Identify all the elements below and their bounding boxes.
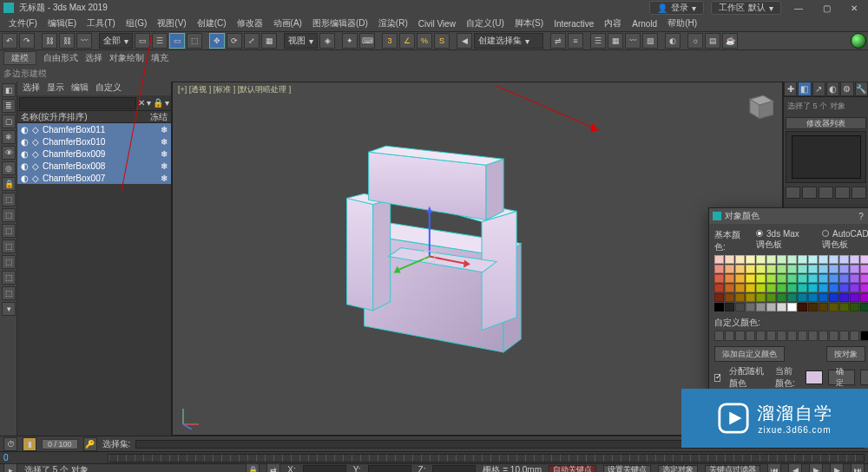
cmd-tab-hierarchy[interactable]: ↗ [812,82,825,96]
view-mode-icon[interactable]: ▾ [147,98,151,108]
color-swatch[interactable] [798,255,807,264]
color-swatch[interactable] [756,303,766,311]
cancel-button[interactable]: 取消 [860,370,868,385]
color-swatch[interactable] [787,293,797,302]
color-swatch[interactable] [850,255,859,264]
current-color-swatch[interactable] [806,370,823,384]
ribbon-tab-populate[interactable]: 填充 [151,52,168,64]
color-swatch[interactable] [777,284,786,292]
visibility-icon[interactable]: ◐ [21,149,29,159]
select-move-button[interactable]: ✥ [209,33,225,49]
select-name-button[interactable]: ☰ [152,33,168,49]
item-3[interactable]: ⬚ [2,224,16,238]
color-swatch[interactable] [777,274,786,283]
col-freeze[interactable]: 冻结 [150,111,168,122]
next-frame-button[interactable]: ▶ [830,463,844,473]
custom-swatch[interactable] [819,331,828,341]
color-swatch[interactable] [777,255,786,264]
time-config-button[interactable]: ⏱ [3,437,17,451]
color-swatch[interactable] [725,274,734,283]
scene-tab-select[interactable]: 选择 [23,82,40,95]
select-place-button[interactable]: ▦ [261,33,277,49]
menu-graph-editors[interactable]: 图形编辑器(D) [307,17,373,30]
custom-swatch[interactable] [766,331,776,341]
set-key-mode-button[interactable]: 设置关键点 [603,465,651,473]
color-swatch[interactable] [860,255,868,264]
menu-interactive[interactable]: Interactive [549,19,599,29]
color-swatch[interactable] [725,303,734,311]
align-button[interactable]: ≡ [568,33,583,49]
render-setup-button[interactable]: ☼ [687,33,703,49]
menu-animation[interactable]: 动画(A) [268,17,307,30]
lock-icon[interactable]: 🔒 [153,98,163,108]
custom-swatch[interactable] [860,331,868,341]
color-swatch[interactable] [860,284,868,292]
select-scale-button[interactable]: ⤢ [244,33,260,49]
render-button[interactable]: ☕ [722,33,738,49]
color-swatch[interactable] [714,293,724,302]
visibility-icon[interactable]: ◐ [21,137,29,147]
selection-lock[interactable]: 🔒 [2,177,16,191]
freeze-icon[interactable]: ❄ [161,161,168,171]
close-button[interactable]: ✕ [844,3,865,13]
color-swatch[interactable] [777,293,786,302]
color-swatch[interactable] [798,303,807,311]
item-4[interactable]: ⬚ [2,239,16,253]
dialog-help-button[interactable]: ? [853,210,868,222]
curve-editor-button[interactable]: 〰 [625,33,641,49]
custom-swatch[interactable] [714,331,724,341]
custom-swatch[interactable] [725,331,734,341]
visibility-icon[interactable]: ◐ [21,161,29,171]
freeze-icon[interactable]: ❄ [161,174,168,183]
freeze-icon[interactable]: ❄ [161,149,168,159]
goto-start-button[interactable]: ⏮ [767,463,781,473]
clear-search-icon[interactable]: ✕ [138,98,145,108]
color-swatch[interactable] [746,293,755,302]
color-swatch[interactable] [746,265,755,273]
color-swatch[interactable] [735,255,745,264]
custom-swatch[interactable] [829,331,838,341]
maxscript-toggle[interactable]: ▸ [3,463,17,473]
minimize-button[interactable]: — [788,3,809,13]
y-input[interactable] [368,465,411,473]
color-swatch[interactable] [746,303,755,311]
view-cube[interactable] [740,86,779,124]
item-2[interactable]: ⬚ [2,208,16,222]
menu-customize[interactable]: 自定义(U) [461,17,510,30]
goto-end-button[interactable]: ⏭ [851,463,865,473]
cmd-tab-modify[interactable]: ◧ [798,82,811,96]
color-swatch[interactable] [829,255,838,264]
menu-views[interactable]: 视图(V) [152,17,191,30]
display-tool[interactable]: ▢ [2,115,16,128]
visibility-icon[interactable]: ◐ [21,174,29,183]
key-filters-button[interactable]: 关键点过滤器 [705,465,760,473]
color-swatch[interactable] [808,303,818,311]
login-button[interactable]: 👤 登录 ▾ [649,1,704,15]
auto-key-button[interactable]: 自动关键点 [549,465,596,473]
color-swatch[interactable] [808,293,818,302]
color-swatch[interactable] [714,284,724,292]
custom-swatch[interactable] [787,331,797,341]
color-swatch[interactable] [787,284,797,292]
custom-swatch[interactable] [808,331,818,341]
scene-explorer-toggle[interactable]: ◧ [2,83,16,97]
color-swatch[interactable] [766,274,776,283]
color-swatch[interactable] [839,284,849,292]
bind-spacewarp-button[interactable]: 〰 [76,33,92,49]
maximize-button[interactable]: ▢ [816,3,837,13]
undo-button[interactable]: ↶ [2,33,17,49]
list-item[interactable]: ◐◇ChamferBox011❄ [17,123,171,135]
color-swatch[interactable] [839,303,849,311]
color-swatch[interactable] [787,303,797,311]
ribbon-tab-object-paint[interactable]: 对象绘制 [109,52,144,64]
color-swatch[interactable] [829,265,838,273]
abs-rel-button[interactable]: ⇄ [266,463,280,473]
color-swatch[interactable] [798,293,807,302]
scene-search-input[interactable] [19,97,136,109]
color-swatch[interactable] [850,293,859,302]
lock-selection-button[interactable]: 🔒 [246,463,260,473]
color-swatch[interactable] [829,303,838,311]
color-swatch[interactable] [725,284,734,292]
color-swatch[interactable] [756,255,766,264]
visibility-icon[interactable]: ◐ [21,125,29,134]
